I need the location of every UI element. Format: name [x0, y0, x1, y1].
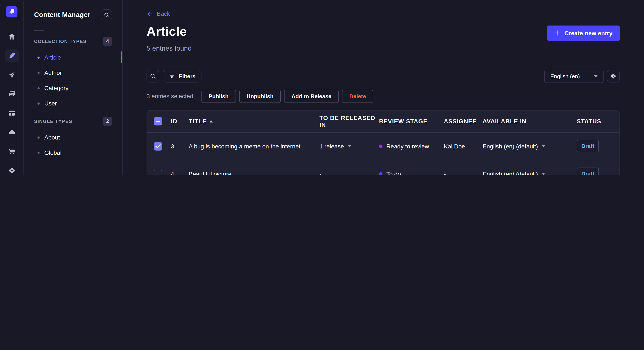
home-icon[interactable]	[5, 30, 18, 43]
header-cell-id: ID	[171, 118, 189, 125]
publish-button[interactable]: Publish	[201, 90, 236, 103]
content-type-builder-icon[interactable]	[5, 106, 18, 120]
back-link[interactable]: Back	[146, 10, 170, 17]
sidebar-section: SINGLE TYPES2AboutGlobal	[34, 117, 112, 160]
header-cell-review-stage: REVIEW STAGE	[379, 118, 444, 125]
entries-table: IDTITLETO BE RELEASED INREVIEW STAGEASSI…	[146, 110, 620, 175]
table-body: 3A bug is becoming a meme on the interne…	[147, 133, 619, 175]
cell-to-be-released-in: -	[320, 170, 379, 175]
header-cell-checkbox	[147, 117, 171, 126]
feather-content-manager-icon[interactable]	[5, 49, 18, 62]
cell-to-be-released-in[interactable]: 1 release	[320, 143, 379, 150]
chevron-down-icon	[594, 75, 598, 77]
toolbar: Filters English (en)	[146, 70, 620, 83]
locale-select-value: English (en)	[550, 73, 580, 79]
column-label: AVAILABLE IN	[482, 118, 526, 125]
row-checkbox[interactable]	[154, 170, 162, 175]
bullet-icon	[38, 72, 40, 74]
selection-bar: 3 entries selected Publish Unpublish Add…	[146, 90, 620, 103]
sidebar-rule	[34, 30, 44, 31]
icon-rail: KD	[0, 0, 24, 175]
cell-assignee: Kai Doe	[444, 143, 482, 150]
page-title: Article	[146, 24, 187, 38]
locale-value: English (en) (default)	[482, 170, 538, 175]
release-value: -	[320, 170, 321, 175]
sidebar-sections: COLLECTION TYPES4ArticleAuthorCategoryUs…	[34, 37, 112, 160]
cell-status: Draft	[577, 140, 619, 152]
header-cell-to-be-released-in: TO BE RELEASED IN	[320, 114, 379, 128]
cell-id: 4	[171, 170, 189, 175]
table-row[interactable]: 4Beautiful picture-To do-English (en) (d…	[147, 160, 619, 175]
media-library-icon[interactable]	[5, 87, 18, 101]
back-label: Back	[157, 10, 170, 17]
sidebar-item-label: Article	[44, 54, 61, 61]
cell-checkbox	[147, 142, 171, 150]
unpublish-button[interactable]: Unpublish	[239, 90, 281, 103]
locale-value: English (en) (default)	[482, 143, 538, 150]
sidebar-item-label: Global	[44, 149, 62, 156]
add-to-release-button[interactable]: Add to Release	[284, 90, 338, 103]
cell-review-stage: Ready to review	[379, 143, 444, 150]
checkmark-icon	[156, 144, 160, 148]
marketplace-cart-icon[interactable]	[5, 145, 18, 158]
column-label: TO BE RELEASED IN	[320, 114, 379, 128]
sidebar-item-about[interactable]: About	[34, 130, 112, 145]
stage-label: To do	[386, 170, 401, 175]
chevron-down-icon	[542, 173, 545, 175]
content-manager-sidebar: Content Manager COLLECTION TYPES4Article…	[24, 0, 123, 175]
chevron-down-icon	[348, 145, 351, 147]
paper-plane-releases-icon[interactable]	[5, 68, 18, 82]
plus-icon	[554, 30, 560, 36]
title-row: Article Create new entry	[146, 24, 620, 41]
sidebar-item-user[interactable]: User	[34, 96, 112, 111]
strapi-logo-glyph	[6, 6, 18, 17]
settings-gear-icon[interactable]	[5, 164, 18, 175]
stage-label: Ready to review	[386, 143, 429, 150]
entries-count-subtitle: 5 entries found	[146, 44, 620, 52]
sidebar-section: COLLECTION TYPES4ArticleAuthorCategoryUs…	[34, 37, 112, 111]
sidebar-item-author[interactable]: Author	[34, 65, 112, 80]
selection-count: 3 entries selected	[146, 93, 193, 100]
filter-icon	[169, 73, 175, 79]
cell-id: 3	[171, 143, 189, 150]
search-icon[interactable]	[101, 9, 112, 20]
section-count-badge: 2	[103, 117, 112, 126]
cell-assignee: -	[444, 170, 482, 175]
cell-available-in[interactable]: English (en) (default)	[482, 170, 577, 175]
release-value: 1 release	[320, 143, 344, 150]
cell-available-in[interactable]: English (en) (default)	[482, 143, 577, 150]
chevron-down-icon	[542, 145, 545, 147]
sort-ascending-icon	[210, 120, 213, 122]
indeterminate-dash-icon	[156, 121, 160, 122]
main-content: Back Article Create new entry 5 entries …	[123, 0, 644, 175]
filters-button[interactable]: Filters	[163, 70, 202, 82]
filters-label: Filters	[179, 73, 196, 79]
search-icon[interactable]	[146, 70, 159, 82]
sidebar-title: Content Manager	[34, 11, 90, 19]
section-label: COLLECTION TYPES	[34, 39, 87, 44]
status-badge: Draft	[577, 140, 599, 152]
section-label: SINGLE TYPES	[34, 119, 72, 124]
create-new-entry-button[interactable]: Create new entry	[547, 25, 620, 41]
column-label: ASSIGNEE	[444, 118, 476, 125]
bullet-icon	[38, 136, 40, 138]
table-row[interactable]: 3A bug is becoming a meme on the interne…	[147, 133, 619, 160]
strapi-logo[interactable]	[6, 6, 18, 17]
cloud-deploy-icon[interactable]	[5, 126, 18, 139]
arrow-left-icon	[146, 10, 153, 17]
table-header-row: IDTITLETO BE RELEASED INREVIEW STAGEASSI…	[147, 110, 619, 133]
sidebar-item-global[interactable]: Global	[34, 146, 112, 160]
cell-title: A bug is becoming a meme on the internet	[189, 143, 320, 150]
row-checkbox[interactable]	[154, 142, 162, 150]
sidebar-item-article[interactable]: Article	[34, 50, 112, 65]
header-cell-title[interactable]: TITLE	[189, 118, 320, 125]
gear-icon[interactable]	[607, 70, 620, 82]
delete-button[interactable]: Delete	[342, 90, 373, 103]
app-window: KD Content Manager COLLECTION TYPES4Arti…	[0, 0, 644, 175]
sidebar-item-label: User	[44, 100, 57, 107]
rail-nav	[0, 23, 24, 175]
sidebar-item-category[interactable]: Category	[34, 81, 112, 95]
locale-select[interactable]: English (en)	[544, 70, 604, 83]
sidebar-item-label: Author	[44, 69, 62, 76]
select-all-checkbox[interactable]	[154, 117, 162, 126]
